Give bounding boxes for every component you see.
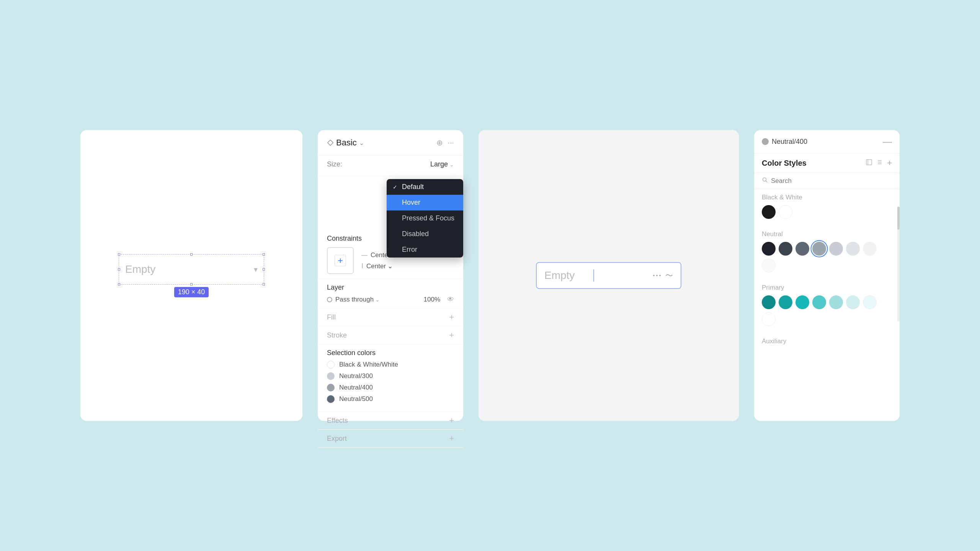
- dropdown-item-default[interactable]: ✓ Default: [387, 179, 463, 195]
- search-input[interactable]: [771, 177, 892, 185]
- color-group-neutral: Neutral: [754, 226, 900, 279]
- scrollbar[interactable]: [897, 207, 900, 321]
- color-item-neutral-300[interactable]: Neutral/300: [327, 372, 454, 380]
- panel-title-arrow[interactable]: ⌄: [359, 139, 364, 147]
- layer-mode-text: Pass through: [335, 296, 374, 303]
- group-title-primary: Primary: [762, 284, 892, 292]
- corner-handle-ml[interactable]: [118, 268, 120, 271]
- close-button[interactable]: —: [883, 136, 892, 147]
- panel-title-row: Basic ⌄: [327, 138, 364, 148]
- center-panel: Basic ⌄ ⊕ ··· Size: Large ⌄ ✓ Default Ho…: [318, 130, 463, 421]
- swatch-p-200[interactable]: [829, 295, 843, 309]
- color-item-bw-white[interactable]: Black & White/White: [327, 361, 454, 368]
- swatch-p-white[interactable]: [762, 312, 776, 326]
- color-item-neutral-400[interactable]: Neutral/400: [327, 384, 454, 391]
- group-title-bw: Black & White: [762, 194, 892, 201]
- swatch-bw-white[interactable]: [779, 205, 792, 219]
- book-icon[interactable]: [866, 159, 872, 168]
- swatch-n-300[interactable]: [829, 242, 843, 256]
- layer-opacity[interactable]: 100%: [424, 296, 440, 303]
- v-arrow: ⌄: [387, 262, 393, 270]
- canvas-frame: Empty ▾ 190 × 40: [119, 254, 264, 297]
- stroke-add-button[interactable]: +: [449, 330, 454, 340]
- right-panel-header: Neutral/400 —: [754, 130, 900, 153]
- dropdown-item-disabled[interactable]: Disabled: [387, 226, 463, 242]
- v-value: Center: [366, 262, 386, 270]
- swatch-p-600[interactable]: [762, 295, 776, 309]
- check-icon-default: ✓: [393, 184, 399, 190]
- fill-add-button[interactable]: +: [449, 312, 454, 322]
- add-color-style-button[interactable]: +: [887, 158, 892, 168]
- group-title-neutral: Neutral: [762, 230, 892, 238]
- size-value[interactable]: Large ⌄: [430, 160, 454, 168]
- move-icon[interactable]: ⊕: [436, 138, 443, 147]
- swatch-p-100[interactable]: [846, 295, 860, 309]
- fill-title: Fill: [327, 313, 336, 321]
- state-dropdown[interactable]: ✓ Default Hover Pressed & Focus Disabled…: [387, 179, 463, 258]
- size-section: Size: Large ⌄: [318, 156, 463, 176]
- color-swatch-neutral-400: [327, 384, 335, 391]
- swatch-p-400[interactable]: [795, 295, 809, 309]
- swatch-n-50[interactable]: [762, 259, 776, 272]
- swatch-n-900[interactable]: [762, 242, 776, 256]
- v-select[interactable]: Center ⌄: [366, 262, 393, 270]
- dropdown-item-error[interactable]: Error: [387, 242, 463, 258]
- swatches-row-neutral: [762, 242, 892, 272]
- size-label: Size:: [327, 160, 358, 168]
- list-icon[interactable]: [876, 159, 883, 168]
- search-icon: [762, 177, 768, 185]
- element-arrow: ▾: [254, 265, 258, 274]
- right-panel: Neutral/400 — Color Styles +: [754, 130, 900, 421]
- dropdown-item-hover[interactable]: Hover: [387, 195, 463, 210]
- input-dots: [653, 275, 661, 276]
- effects-title: Effects: [327, 417, 348, 425]
- input-preview[interactable]: Empty 〜: [536, 262, 681, 289]
- layer-mode[interactable]: Pass through ⌄: [335, 296, 380, 303]
- corner-handle-tm[interactable]: [190, 253, 193, 256]
- swatch-p-50[interactable]: [863, 295, 877, 309]
- layer-circle-icon: [327, 297, 332, 302]
- swatches-row-bw: [762, 205, 892, 219]
- swatch-n-700[interactable]: [779, 242, 792, 256]
- swatch-n-200[interactable]: [846, 242, 860, 256]
- dropdown-label-hover: Hover: [402, 199, 420, 207]
- swatch-bw-black[interactable]: [762, 205, 776, 219]
- color-styles-content: Black & White Neutral Primary: [754, 189, 900, 421]
- dot-3: [659, 275, 661, 276]
- export-title: Export: [327, 435, 347, 443]
- swatch-p-300[interactable]: [812, 295, 826, 309]
- corner-handle-tr[interactable]: [263, 253, 265, 256]
- corner-handle-mr[interactable]: [263, 268, 265, 271]
- corner-handle-bl[interactable]: [118, 283, 120, 285]
- color-name-neutral-500: Neutral/500: [339, 395, 373, 403]
- select-box[interactable]: Empty ▾: [119, 254, 264, 285]
- corner-handle-tl[interactable]: [118, 253, 120, 256]
- scrollbar-thumb[interactable]: [897, 207, 900, 230]
- neutral-badge: Neutral/400: [762, 138, 807, 146]
- dot-1: [653, 275, 655, 276]
- eye-icon[interactable]: 👁: [447, 295, 454, 303]
- export-add-button[interactable]: +: [449, 434, 454, 443]
- left-canvas-panel: Empty ▾ 190 × 40: [80, 130, 302, 421]
- stroke-title: Stroke: [327, 331, 347, 339]
- effects-add-button[interactable]: +: [449, 416, 454, 425]
- swatch-n-100[interactable]: [863, 242, 877, 256]
- dot-2: [656, 275, 658, 276]
- selection-colors-title: Selection colors: [327, 349, 454, 357]
- panel-header: Basic ⌄ ⊕ ···: [318, 130, 463, 156]
- export-section: Export +: [318, 430, 463, 448]
- right-canvas: Empty 〜: [479, 130, 739, 421]
- input-placeholder-text: Empty: [544, 269, 648, 282]
- corner-handle-br[interactable]: [263, 283, 265, 285]
- group-title-auxiliary: Auxiliary: [762, 337, 892, 345]
- swatch-n-400[interactable]: [812, 242, 826, 256]
- dropdown-item-pressed[interactable]: Pressed & Focus: [387, 210, 463, 226]
- corner-handle-bm[interactable]: [190, 283, 193, 285]
- swatch-n-500[interactable]: [795, 242, 809, 256]
- more-icon[interactable]: ···: [448, 138, 454, 147]
- swatch-p-500[interactable]: [779, 295, 792, 309]
- panel-header-icons: ⊕ ···: [436, 138, 454, 147]
- layer-title: Layer: [327, 284, 454, 292]
- effects-section: Effects +: [318, 412, 463, 430]
- color-item-neutral-500[interactable]: Neutral/500: [327, 395, 454, 403]
